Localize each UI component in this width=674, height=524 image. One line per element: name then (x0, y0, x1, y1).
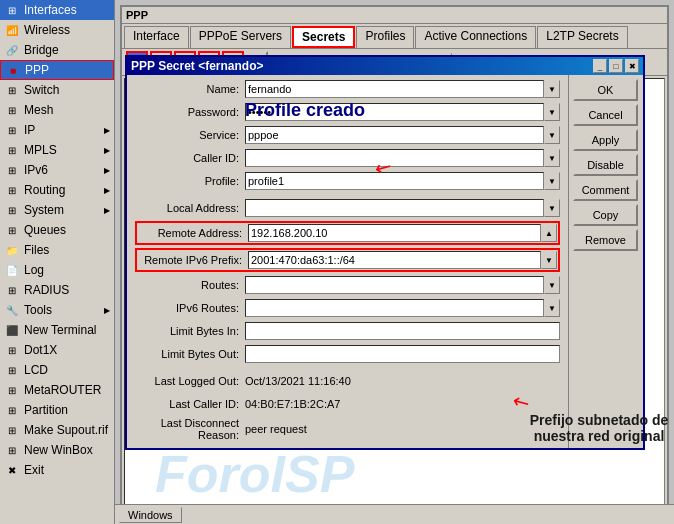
new-winbox-icon: ⊞ (4, 442, 20, 458)
sidebar-item-files[interactable]: 📁 Files (0, 240, 114, 260)
sidebar-item-wireless[interactable]: 📶 Wireless (0, 20, 114, 40)
sidebar-item-log[interactable]: 📄 Log (0, 260, 114, 280)
name-input[interactable] (245, 80, 544, 98)
password-dropdown-btn[interactable]: ▼ (544, 103, 560, 121)
password-label: Password: (135, 106, 245, 118)
taskbar-windows[interactable]: Windows (119, 507, 182, 523)
form-row-local-address: Local Address: ▼ (135, 198, 560, 218)
comment-button[interactable]: Comment (573, 179, 638, 201)
remote-address-input[interactable] (248, 224, 541, 242)
taskbar: Windows (115, 504, 674, 524)
dialog-titlebar: PPP Secret <fernando> _ □ ✖ (127, 57, 643, 75)
dialog-body: Name: ▼ Password: ▼ Service: (127, 75, 643, 448)
caller-id-dropdown-btn[interactable]: ▼ (544, 149, 560, 167)
tab-interface[interactable]: Interface (124, 26, 189, 48)
dialog-minimize-button[interactable]: _ (593, 59, 607, 73)
form-row-ipv6-routes: IPv6 Routes: ▼ (135, 298, 560, 318)
tools-icon: 🔧 (4, 302, 20, 318)
sidebar-item-new-terminal[interactable]: ⬛ New Terminal (0, 320, 114, 340)
local-address-input[interactable] (245, 199, 544, 217)
tab-pppoe-servers[interactable]: PPPoE Servers (190, 26, 291, 48)
profile-input[interactable] (245, 172, 544, 190)
sidebar-item-switch[interactable]: ⊞ Switch (0, 80, 114, 100)
mpls-icon: ⊞ (4, 142, 20, 158)
limit-bytes-out-input[interactable] (245, 345, 560, 363)
form-row-name: Name: ▼ (135, 79, 560, 99)
service-dropdown-btn[interactable]: ▼ (544, 126, 560, 144)
name-dropdown-btn[interactable]: ▼ (544, 80, 560, 98)
sidebar-item-interfaces[interactable]: ⊞ Interfaces (0, 0, 114, 20)
sidebar-item-radius[interactable]: ⊞ RADIUS (0, 280, 114, 300)
password-input[interactable] (245, 103, 544, 121)
sidebar-item-new-winbox[interactable]: ⊞ New WinBox (0, 440, 114, 460)
local-address-dropdown-btn[interactable]: ▼ (544, 199, 560, 217)
limit-bytes-in-label: Limit Bytes In: (135, 325, 245, 337)
service-label: Service: (135, 129, 245, 141)
routes-dropdown-btn[interactable]: ▼ (544, 276, 560, 294)
service-input[interactable] (245, 126, 544, 144)
form-row-remote-ipv6-prefix: Remote IPv6 Prefix: ▼ (135, 248, 560, 272)
sidebar-item-ipv6[interactable]: ⊞ IPv6 ▶ (0, 160, 114, 180)
radius-icon: ⊞ (4, 282, 20, 298)
name-label: Name: (135, 83, 245, 95)
form-row-last-caller-id: Last Caller ID: 04:B0:E7:1B:2C:A7 (135, 394, 560, 414)
sidebar-item-make-supout[interactable]: ⊞ Make Supout.rif (0, 420, 114, 440)
ok-button[interactable]: OK (573, 79, 638, 101)
apply-button[interactable]: Apply (573, 129, 638, 151)
copy-button[interactable]: Copy (573, 204, 638, 226)
main-area: PPP Interface PPPoE Servers Secrets Prof… (115, 0, 674, 524)
remote-ipv6-prefix-dropdown-btn[interactable]: ▼ (541, 251, 557, 269)
form-row-routes: Routes: ▼ (135, 275, 560, 295)
cancel-button[interactable]: Cancel (573, 104, 638, 126)
dialog-title-buttons: _ □ ✖ (593, 59, 639, 73)
sidebar-item-mesh[interactable]: ⊞ Mesh (0, 100, 114, 120)
ppp-title: PPP (122, 7, 667, 24)
sidebar-item-exit[interactable]: ✖ Exit (0, 460, 114, 480)
profile-dropdown-btn[interactable]: ▼ (544, 172, 560, 190)
sidebar-item-routing[interactable]: ⊞ Routing ▶ (0, 180, 114, 200)
sidebar-item-system[interactable]: ⊞ System ▶ (0, 200, 114, 220)
limit-bytes-in-input[interactable] (245, 322, 560, 340)
last-logged-out-label: Last Logged Out: (135, 375, 245, 387)
disable-button[interactable]: Disable (573, 154, 638, 176)
caller-id-input[interactable] (245, 149, 544, 167)
sidebar-item-mpls[interactable]: ⊞ MPLS ▶ (0, 140, 114, 160)
tab-active-connections[interactable]: Active Connections (415, 26, 536, 48)
sidebar-item-ppp[interactable]: ■ PPP (0, 60, 114, 80)
sidebar-item-tools[interactable]: 🔧 Tools ▶ (0, 300, 114, 320)
ipv6-routes-input[interactable] (245, 299, 544, 317)
last-disconnect-reason-value: peer request (245, 423, 307, 435)
sidebar-item-metarouter[interactable]: ⊞ MetaROUTER (0, 380, 114, 400)
remove-button[interactable]: Remove (573, 229, 638, 251)
ipv6-routes-label: IPv6 Routes: (135, 302, 245, 314)
ppp-icon: ■ (5, 62, 21, 78)
sidebar-item-partition[interactable]: ⊞ Partition (0, 400, 114, 420)
watermark: ForoISP (155, 444, 354, 504)
dialog-maximize-button[interactable]: □ (609, 59, 623, 73)
sidebar-item-lcd[interactable]: ⊞ LCD (0, 360, 114, 380)
sidebar-item-ip[interactable]: ⊞ IP ▶ (0, 120, 114, 140)
partition-icon: ⊞ (4, 402, 20, 418)
tab-profiles[interactable]: Profiles (356, 26, 414, 48)
ipv6-icon: ⊞ (4, 162, 20, 178)
form-row-last-disconnect-reason: Last Disconnect Reason: peer request (135, 417, 560, 441)
sidebar-item-dot1x[interactable]: ⊞ Dot1X (0, 340, 114, 360)
tab-l2tp-secrets[interactable]: L2TP Secrets (537, 26, 627, 48)
ipv6-routes-dropdown-btn[interactable]: ▼ (544, 299, 560, 317)
dialog-form: Name: ▼ Password: ▼ Service: (127, 75, 568, 448)
routes-input[interactable] (245, 276, 544, 294)
dialog-close-button[interactable]: ✖ (625, 59, 639, 73)
profile-label: Profile: (135, 175, 245, 187)
tabs-row: Interface PPPoE Servers Secrets Profiles… (122, 24, 667, 49)
dot1x-icon: ⊞ (4, 342, 20, 358)
sidebar-item-queues[interactable]: ⊞ Queues (0, 220, 114, 240)
lcd-icon: ⊞ (4, 362, 20, 378)
remote-address-dropdown-btn[interactable]: ▲ (541, 224, 557, 242)
sidebar-item-bridge[interactable]: 🔗 Bridge (0, 40, 114, 60)
queues-icon: ⊞ (4, 222, 20, 238)
mesh-icon: ⊞ (4, 102, 20, 118)
tab-secrets[interactable]: Secrets (292, 26, 355, 48)
form-row-password: Password: ▼ (135, 102, 560, 122)
remote-ipv6-prefix-label: Remote IPv6 Prefix: (138, 254, 248, 266)
remote-ipv6-prefix-input[interactable] (248, 251, 541, 269)
